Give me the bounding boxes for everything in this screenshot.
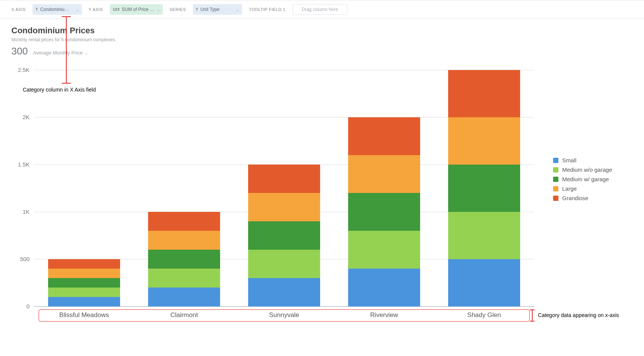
annotation-cap [530, 321, 535, 322]
legend-item[interactable]: Small [553, 157, 612, 163]
legend-label: Large [562, 185, 577, 192]
bar-segment[interactable] [448, 165, 520, 212]
x-tick-label: Clairmont [170, 311, 198, 319]
annotation-line [532, 309, 533, 322]
x-tick-label: Riverview [370, 311, 398, 319]
legend-swatch [553, 186, 558, 191]
y-tick-label: 2.5K [18, 67, 30, 73]
chevron-down-icon: ⌄ [236, 8, 239, 12]
chart-legend: SmallMedium w/o garageMedium w/ garageLa… [542, 59, 612, 335]
bar-segment[interactable] [348, 231, 420, 269]
xaxis-field-chip[interactable]: T Condominiu… ⌄ [33, 4, 82, 15]
bar-segment[interactable] [48, 297, 120, 306]
bar-segment[interactable] [248, 221, 320, 250]
stacked-bar-chart: 05001K1.5K2K2.5KBlissful MeadowsClairmon… [11, 59, 542, 335]
chart-subtitle: Monthly rental prices for 5 condominium … [11, 37, 633, 42]
yaxis-label: Y AXIS [89, 7, 103, 12]
legend-swatch [553, 196, 558, 201]
legend-swatch [553, 158, 558, 163]
y-tick-label: 0 [27, 303, 30, 309]
tooltip-label: TOOLTIP FIELD 1 [249, 7, 286, 12]
chart-header: Condominium Prices Monthly rental prices… [0, 19, 644, 57]
xaxis-label: X AXIS [11, 7, 26, 12]
series-field-chip[interactable]: T Unit Type ⌄ [193, 4, 242, 15]
chart-config-toolbar: X AXIS T Condominiu… ⌄ Y AXIS 123 SUM of… [0, 0, 644, 19]
annotation-line [66, 16, 67, 84]
chevron-down-icon: ⌄ [157, 8, 160, 12]
legend-label: Medium w/o garage [562, 166, 612, 173]
yaxis-field-chip[interactable]: 123 SUM of Price … ⌄ [110, 4, 163, 15]
bar-segment[interactable] [248, 278, 320, 306]
metric-selector[interactable]: Average Monthly Price ⌄ [33, 50, 88, 56]
bar-segment[interactable] [48, 269, 120, 278]
text-type-icon: T [36, 8, 38, 12]
legend-item[interactable]: Medium w/o garage [553, 166, 612, 173]
tooltip-drop-zone[interactable]: Drag column here [292, 4, 347, 15]
legend-swatch [553, 177, 558, 182]
legend-item[interactable]: Medium w/ garage [553, 176, 612, 182]
legend-label: Grandiose [562, 195, 588, 201]
y-tick-label: 500 [20, 256, 30, 262]
annotation-cap [530, 309, 535, 310]
bar-segment[interactable] [348, 155, 420, 193]
legend-item[interactable]: Grandiose [553, 195, 612, 201]
legend-label: Small [562, 157, 577, 163]
chevron-down-icon: ⌄ [85, 51, 88, 55]
bar-segment[interactable] [48, 259, 120, 269]
bar-segment[interactable] [348, 117, 420, 155]
metric-value: 300 [11, 45, 28, 57]
text-type-icon: T [196, 8, 198, 12]
annotation-bottom: Category data appearing on x-axis [538, 312, 619, 318]
bar-segment[interactable] [448, 117, 520, 165]
bar-segment[interactable] [148, 288, 220, 306]
bar-segment[interactable] [148, 250, 220, 269]
x-tick-label: Sunnyvale [269, 311, 299, 319]
bar-segment[interactable] [348, 269, 420, 306]
y-tick-label: 2K [23, 114, 30, 120]
chart-title: Condominium Prices [11, 26, 633, 36]
y-tick-label: 1K [23, 208, 30, 215]
series-label: SERIES [170, 7, 186, 12]
bar-segment[interactable] [248, 250, 320, 278]
bar-segment[interactable] [148, 212, 220, 231]
bar-segment[interactable] [48, 288, 120, 297]
annotation-cap [62, 16, 71, 17]
legend-item[interactable]: Large [553, 185, 612, 192]
annotation-top: Category column in X Axis field [23, 87, 96, 93]
bar-segment[interactable] [448, 212, 520, 259]
bar-segment[interactable] [448, 259, 520, 306]
legend-swatch [553, 167, 558, 173]
x-tick-label: Blissful Meadows [59, 311, 109, 319]
chevron-down-icon: ⌄ [76, 8, 79, 12]
y-tick-label: 1.5K [18, 161, 30, 168]
annotation-cap [62, 83, 71, 84]
bar-segment[interactable] [48, 278, 120, 288]
legend-label: Medium w/ garage [562, 176, 609, 182]
bar-segment[interactable] [148, 231, 220, 250]
x-tick-label: Shady Glen [467, 311, 501, 319]
bar-segment[interactable] [448, 70, 520, 117]
bar-segment[interactable] [148, 269, 220, 288]
bar-segment[interactable] [248, 193, 320, 221]
bar-segment[interactable] [348, 193, 420, 231]
number-type-icon: 123 [113, 8, 120, 12]
chart-area: 05001K1.5K2K2.5KBlissful MeadowsClairmon… [11, 59, 542, 335]
bar-segment[interactable] [248, 165, 320, 193]
